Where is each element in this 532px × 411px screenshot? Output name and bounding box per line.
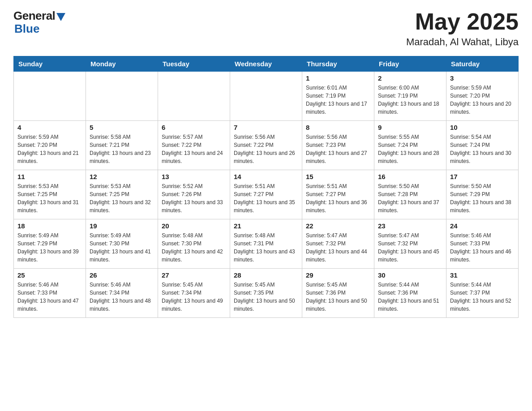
day-number: 15: [306, 173, 370, 180]
calendar-day-cell: 8Sunrise: 5:56 AMSunset: 7:23 PMDaylight…: [302, 121, 374, 170]
day-info: Sunrise: 5:55 AMSunset: 7:24 PMDaylight:…: [378, 133, 442, 165]
day-info: Sunrise: 5:45 AMSunset: 7:34 PMDaylight:…: [162, 281, 226, 313]
day-of-week-header: Monday: [86, 56, 158, 72]
calendar-day-cell: 31Sunrise: 5:44 AMSunset: 7:37 PMDayligh…: [446, 269, 519, 318]
day-of-week-header: Saturday: [446, 56, 519, 72]
day-info: Sunrise: 5:45 AMSunset: 7:35 PMDaylight:…: [234, 281, 298, 313]
calendar-day-cell: 18Sunrise: 5:49 AMSunset: 7:29 PMDayligh…: [14, 219, 86, 269]
day-number: 1: [306, 74, 370, 82]
day-number: 9: [378, 124, 442, 131]
calendar-day-cell: 15Sunrise: 5:51 AMSunset: 7:27 PMDayligh…: [302, 170, 374, 219]
calendar-day-cell: 25Sunrise: 5:46 AMSunset: 7:33 PMDayligh…: [14, 269, 86, 318]
day-info: Sunrise: 5:50 AMSunset: 7:29 PMDaylight:…: [450, 182, 515, 214]
day-info: Sunrise: 5:57 AMSunset: 7:22 PMDaylight:…: [162, 133, 226, 165]
calendar-day-cell: 13Sunrise: 5:52 AMSunset: 7:26 PMDayligh…: [158, 170, 230, 219]
day-info: Sunrise: 5:45 AMSunset: 7:36 PMDaylight:…: [306, 281, 370, 313]
calendar-header-row: SundayMondayTuesdayWednesdayThursdayFrid…: [14, 56, 519, 72]
day-number: 18: [17, 222, 82, 230]
calendar-day-cell: 16Sunrise: 5:50 AMSunset: 7:28 PMDayligh…: [374, 170, 446, 219]
day-info: Sunrise: 5:44 AMSunset: 7:37 PMDaylight:…: [450, 281, 515, 313]
calendar-day-cell: 20Sunrise: 5:48 AMSunset: 7:30 PMDayligh…: [158, 219, 230, 269]
day-number: 8: [306, 124, 370, 131]
calendar-table: SundayMondayTuesdayWednesdayThursdayFrid…: [13, 56, 519, 318]
calendar-day-cell: 7Sunrise: 5:56 AMSunset: 7:22 PMDaylight…: [230, 121, 302, 170]
calendar-day-cell: 1Sunrise: 6:01 AMSunset: 7:19 PMDaylight…: [302, 72, 374, 121]
day-number: 23: [378, 222, 442, 230]
logo: General Blue: [13, 9, 65, 36]
day-info: Sunrise: 5:56 AMSunset: 7:23 PMDaylight:…: [306, 133, 370, 165]
day-number: 31: [450, 271, 515, 279]
calendar-day-cell: 6Sunrise: 5:57 AMSunset: 7:22 PMDaylight…: [158, 121, 230, 170]
day-info: Sunrise: 5:53 AMSunset: 7:25 PMDaylight:…: [17, 182, 82, 214]
calendar-day-cell: 5Sunrise: 5:58 AMSunset: 7:21 PMDaylight…: [86, 121, 158, 170]
day-number: 22: [306, 222, 370, 230]
day-info: Sunrise: 5:46 AMSunset: 7:33 PMDaylight:…: [17, 281, 82, 313]
day-info: Sunrise: 6:01 AMSunset: 7:19 PMDaylight:…: [306, 84, 370, 116]
day-number: 17: [450, 173, 515, 180]
day-number: 13: [162, 173, 226, 180]
calendar-week-row: 18Sunrise: 5:49 AMSunset: 7:29 PMDayligh…: [14, 219, 519, 269]
calendar-day-cell: 30Sunrise: 5:44 AMSunset: 7:36 PMDayligh…: [374, 269, 446, 318]
calendar-day-cell: 27Sunrise: 5:45 AMSunset: 7:34 PMDayligh…: [158, 269, 230, 318]
calendar-day-cell: 21Sunrise: 5:48 AMSunset: 7:31 PMDayligh…: [230, 219, 302, 269]
calendar-day-cell: 14Sunrise: 5:51 AMSunset: 7:27 PMDayligh…: [230, 170, 302, 219]
day-number: 25: [17, 271, 82, 279]
day-info: Sunrise: 5:52 AMSunset: 7:26 PMDaylight:…: [162, 182, 226, 214]
calendar-day-cell: 4Sunrise: 5:59 AMSunset: 7:20 PMDaylight…: [14, 121, 86, 170]
day-info: Sunrise: 5:49 AMSunset: 7:30 PMDaylight:…: [90, 231, 154, 264]
day-number: 11: [17, 173, 82, 180]
day-number: 2: [378, 74, 442, 82]
day-of-week-header: Sunday: [14, 56, 86, 72]
day-info: Sunrise: 5:47 AMSunset: 7:32 PMDaylight:…: [306, 231, 370, 264]
calendar-day-cell: [230, 72, 302, 121]
day-number: 26: [90, 271, 154, 279]
day-info: Sunrise: 5:48 AMSunset: 7:30 PMDaylight:…: [162, 231, 226, 264]
calendar-day-cell: [158, 72, 230, 121]
day-number: 3: [450, 74, 515, 82]
day-number: 4: [17, 124, 82, 131]
month-year-title: May 2025: [406, 9, 519, 34]
calendar-day-cell: 10Sunrise: 5:54 AMSunset: 7:24 PMDayligh…: [446, 121, 519, 170]
day-info: Sunrise: 5:54 AMSunset: 7:24 PMDaylight:…: [450, 133, 515, 165]
day-info: Sunrise: 5:50 AMSunset: 7:28 PMDaylight:…: [378, 182, 442, 214]
day-of-week-header: Thursday: [302, 56, 374, 72]
day-number: 21: [234, 222, 298, 230]
calendar-day-cell: [86, 72, 158, 121]
day-info: Sunrise: 5:59 AMSunset: 7:20 PMDaylight:…: [17, 133, 82, 165]
day-number: 16: [378, 173, 442, 180]
calendar-day-cell: 22Sunrise: 5:47 AMSunset: 7:32 PMDayligh…: [302, 219, 374, 269]
logo-blue-text: Blue: [13, 22, 39, 36]
day-number: 5: [90, 124, 154, 131]
day-number: 30: [378, 271, 442, 279]
calendar-day-cell: 17Sunrise: 5:50 AMSunset: 7:29 PMDayligh…: [446, 170, 519, 219]
day-info: Sunrise: 5:47 AMSunset: 7:32 PMDaylight:…: [378, 231, 442, 264]
day-info: Sunrise: 5:59 AMSunset: 7:20 PMDaylight:…: [450, 84, 515, 116]
logo-arrow-icon: [56, 13, 65, 21]
day-number: 19: [90, 222, 154, 230]
day-info: Sunrise: 5:49 AMSunset: 7:29 PMDaylight:…: [17, 231, 82, 264]
day-info: Sunrise: 5:44 AMSunset: 7:36 PMDaylight:…: [378, 281, 442, 313]
day-number: 27: [162, 271, 226, 279]
day-number: 6: [162, 124, 226, 131]
title-block: May 2025 Maradah, Al Wahat, Libya: [406, 9, 519, 48]
day-info: Sunrise: 5:48 AMSunset: 7:31 PMDaylight:…: [234, 231, 298, 264]
day-number: 12: [90, 173, 154, 180]
day-info: Sunrise: 5:53 AMSunset: 7:25 PMDaylight:…: [90, 182, 154, 214]
calendar-day-cell: 29Sunrise: 5:45 AMSunset: 7:36 PMDayligh…: [302, 269, 374, 318]
calendar-day-cell: 12Sunrise: 5:53 AMSunset: 7:25 PMDayligh…: [86, 170, 158, 219]
day-info: Sunrise: 5:51 AMSunset: 7:27 PMDaylight:…: [306, 182, 370, 214]
day-info: Sunrise: 5:56 AMSunset: 7:22 PMDaylight:…: [234, 133, 298, 165]
calendar-day-cell: 24Sunrise: 5:46 AMSunset: 7:33 PMDayligh…: [446, 219, 519, 269]
logo-general-text: General: [13, 9, 55, 23]
day-of-week-header: Tuesday: [158, 56, 230, 72]
day-info: Sunrise: 5:46 AMSunset: 7:34 PMDaylight:…: [90, 281, 154, 313]
calendar-day-cell: 2Sunrise: 6:00 AMSunset: 7:19 PMDaylight…: [374, 72, 446, 121]
day-number: 10: [450, 124, 515, 131]
calendar-day-cell: 3Sunrise: 5:59 AMSunset: 7:20 PMDaylight…: [446, 72, 519, 121]
day-number: 7: [234, 124, 298, 131]
calendar-week-row: 4Sunrise: 5:59 AMSunset: 7:20 PMDaylight…: [14, 121, 519, 170]
calendar-day-cell: 9Sunrise: 5:55 AMSunset: 7:24 PMDaylight…: [374, 121, 446, 170]
day-number: 14: [234, 173, 298, 180]
calendar-week-row: 1Sunrise: 6:01 AMSunset: 7:19 PMDaylight…: [14, 72, 519, 121]
day-number: 24: [450, 222, 515, 230]
